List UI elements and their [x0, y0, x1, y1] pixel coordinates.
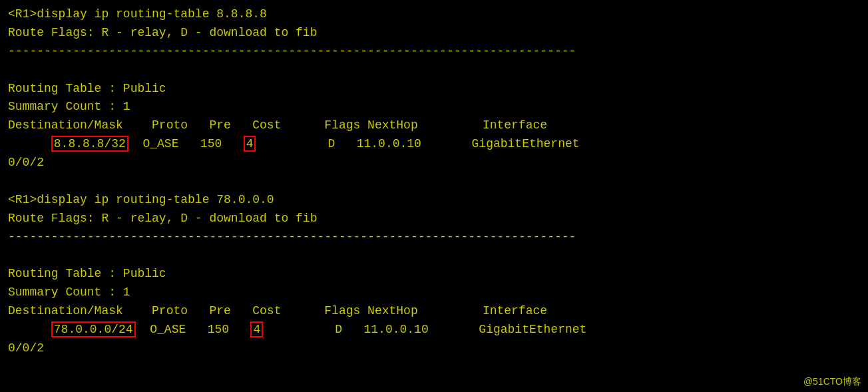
- watermark: @51CTO博客: [803, 376, 861, 388]
- dest-highlight-2: 78.0.0.0/24: [51, 321, 136, 337]
- table-row-1b: 0/0/2: [8, 154, 860, 172]
- blank-3: [8, 247, 860, 266]
- table-row-2b: 0/0/2: [8, 339, 860, 358]
- routing-table-label-1: Routing Table : Public: [8, 80, 860, 98]
- table-header-1: Destination/Mask Proto Pre Cost Flags Ne…: [8, 116, 860, 135]
- terminal-window: <R1>display ip routing-table 8.8.8.8 Rou…: [8, 5, 860, 358]
- table-row-1: 8.8.8.8/32 O_ASE 150 4 D 11.0.0.10 Gigab…: [8, 135, 860, 154]
- summary-count-2: Summary Count : 1: [8, 284, 860, 302]
- divider-1: ----------------------------------------…: [8, 43, 860, 61]
- summary-count-1: Summary Count : 1: [8, 98, 860, 116]
- blank-1: [8, 61, 860, 80]
- route-flags-1: Route Flags: R - relay, D - download to …: [8, 24, 860, 43]
- cost-highlight-1: 4: [244, 136, 256, 152]
- cmd-line-2: <R1>display ip routing-table 78.0.0.0: [8, 191, 860, 210]
- table-header-2: Destination/Mask Proto Pre Cost Flags Ne…: [8, 302, 860, 321]
- divider-2: ----------------------------------------…: [8, 228, 860, 247]
- dest-highlight-1: 8.8.8.8/32: [51, 136, 128, 152]
- table-row-2: 78.0.0.0/24 O_ASE 150 4 D 11.0.0.10 Giga…: [8, 321, 860, 339]
- cost-highlight-2: 4: [250, 321, 263, 337]
- prompt-1: <R1>display ip routing-table 8.8.8.8: [8, 7, 267, 21]
- routing-table-label-2: Routing Table : Public: [8, 265, 860, 284]
- blank-2: [8, 172, 860, 191]
- cmd-line-1: <R1>display ip routing-table 8.8.8.8: [8, 5, 860, 24]
- route-flags-2: Route Flags: R - relay, D - download to …: [8, 210, 860, 228]
